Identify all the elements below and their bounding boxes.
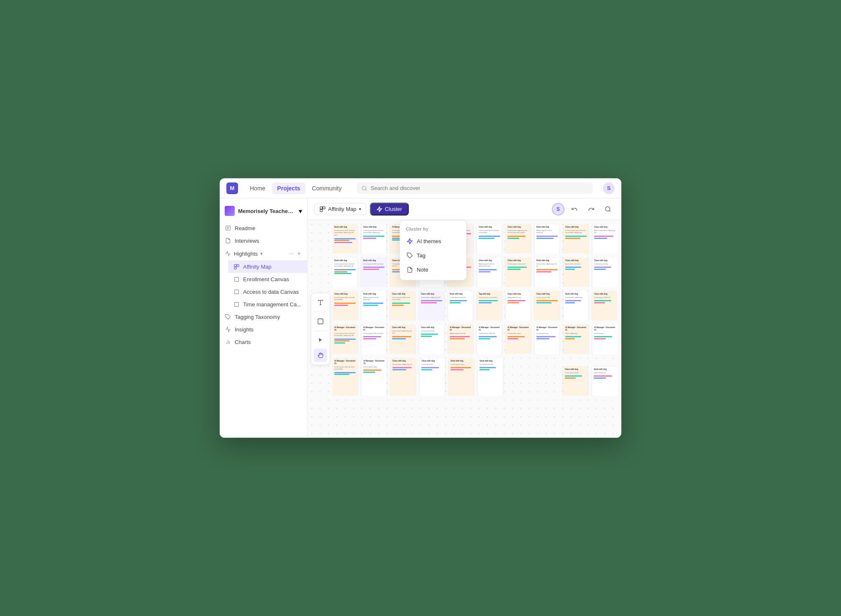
card[interactable]: Class with dog Lorem ipsum dolor [592, 258, 617, 287]
card[interactable]: Desk with dog Lorem ipsum dolor sit amet… [333, 258, 357, 287]
toolbar-user-avatar[interactable]: S [552, 203, 564, 216]
card[interactable]: Class with dog Lorem ipsum dolor sit ame… [362, 224, 386, 254]
sidebar-item-interviews[interactable]: Interviews [220, 234, 307, 247]
card[interactable]: Class with dog Ipsum dolor sit amet [564, 258, 588, 287]
sidebar-item-charts[interactable]: Charts [220, 336, 307, 348]
sidebar-section-highlights[interactable]: Highlights ▾ ··· + [220, 247, 307, 260]
card[interactable]: Class with dog Adipiscing elit sed do ei… [477, 258, 502, 287]
highlights-sub-items: Affinity Map Enrollment Canvas [220, 260, 307, 311]
card[interactable]: Desk with dog Lorem ipsum dolor sit amet [362, 258, 386, 287]
hand-tool-btn[interactable] [314, 349, 327, 362]
time-canvas-label: Time management Ca... [243, 301, 301, 308]
svg-point-19 [605, 207, 610, 211]
card[interactable]: AI Manager - Document #1 Lorem ipsum dol… [362, 325, 386, 354]
card[interactable]: AI Manager - Document #1 Lorem ipsum [592, 325, 617, 354]
sidebar-item-tagging[interactable]: Tagging Taxonomy [220, 311, 307, 323]
card[interactable]: Desk with dog Lorem ipsum sit [592, 367, 617, 396]
section-actions: ··· + [287, 250, 302, 257]
note-dropdown-icon [406, 266, 413, 273]
select-tool-btn[interactable] [314, 334, 327, 347]
card[interactable]: Class with dog Lorem ipsum dolor [419, 325, 444, 354]
app-window: M Home Projects Community S Memorisely T… [220, 178, 621, 438]
card[interactable]: Class with dog Lorem ipsum dolor sit ame… [477, 224, 502, 254]
shape-tool-btn[interactable] [314, 315, 327, 328]
toolbar-search-icon [605, 206, 611, 213]
card[interactable]: AI Manager - Document #1 Lorem ipsum dol… [333, 358, 357, 396]
sidebar-item-time-canvas[interactable]: Time management Ca... [228, 298, 307, 311]
interviews-icon [225, 237, 231, 244]
cluster-btn[interactable]: Cluster [370, 203, 409, 216]
card[interactable]: Class with dog Consectetur adipiscing el… [419, 291, 444, 321]
card[interactable]: Desk with dog Adipiscing elit sed do eiu… [362, 291, 386, 321]
card[interactable]: Desk with dog Consectetur adipiscing sed… [535, 258, 559, 287]
sidebar-item-readme[interactable]: Readme [220, 222, 307, 234]
select-tool-icon [318, 337, 323, 343]
search-input[interactable] [371, 185, 588, 191]
svg-rect-15 [320, 207, 322, 209]
redo-btn[interactable] [585, 203, 598, 216]
content-area: Affinity Map ▾ Cluster S [308, 198, 621, 438]
card[interactable]: Class with dog Lorem ipsum dolor sit [592, 291, 617, 321]
svg-marker-18 [377, 207, 382, 212]
tool-separator-1 [314, 312, 327, 312]
card[interactable]: Class with dog Adipiscing elit sed [506, 291, 531, 321]
card[interactable]: Class with dog Lorem ipsum dolor [563, 367, 588, 396]
card[interactable]: Desk with dog Lorem ipsum dolor sit amet… [333, 224, 357, 254]
card[interactable]: Class with dog Lorem ipsum dolor sit ame… [333, 291, 357, 321]
card[interactable]: AI Manager - Document #1 Lorem ipsum dol… [477, 325, 502, 354]
search-btn[interactable] [601, 203, 615, 216]
card[interactable]: Class with dog Lorem ipsum dolor amet co… [390, 291, 415, 321]
sidebar-item-enrollment-canvas[interactable]: Enrollment Canvas [228, 273, 307, 285]
dropdown-item-tag[interactable]: Tag [400, 248, 466, 262]
card[interactable]: Desk with dog Lorem ipsum dolor sit [448, 291, 473, 321]
section-add-btn[interactable]: + [296, 250, 302, 257]
sidebar-item-affinity-map[interactable]: Affinity Map [228, 260, 307, 273]
card[interactable]: Desk with dog Lorem ipsum dolor [449, 358, 474, 396]
card[interactable]: Class with dog Consectetur adipiscing el… [506, 224, 531, 254]
card[interactable]: Desk with dog Adipiscing elit sed do eiu… [535, 224, 559, 254]
card[interactable]: AI Manager - Document #1 Lorem ipsum dol… [362, 358, 386, 396]
text-tool-btn[interactable] [314, 296, 327, 309]
nav-projects[interactable]: Projects [272, 182, 305, 194]
card[interactable]: Desk with dog Consectetur adipiscing [564, 291, 588, 321]
text-tool-icon [317, 299, 324, 306]
dropdown-header: Cluster by [400, 224, 466, 234]
view-selector-btn[interactable]: Affinity Map ▾ [314, 203, 367, 215]
redo-icon [588, 206, 595, 213]
svg-point-0 [362, 186, 366, 190]
content-toolbar: Affinity Map ▾ Cluster S [308, 198, 621, 220]
card[interactable]: AI Manager - Document #1 Dolor adipiscin… [564, 325, 588, 354]
cluster-dropdown: Cluster by AI themes [400, 220, 467, 280]
undo-btn[interactable] [568, 203, 581, 216]
card[interactable]: Tag with dog Lorem ipsum consectetur [477, 291, 502, 321]
section-more-btn[interactable]: ··· [287, 250, 295, 257]
view-label: Affinity Map [328, 206, 356, 212]
dropdown-item-ai-themes[interactable]: AI themes [400, 234, 466, 248]
card[interactable]: Class with dog Lorem ipsum dolor sit ame… [564, 224, 588, 254]
card[interactable]: Class with dog Amet consectetur adipisci… [592, 224, 617, 254]
card[interactable]: Class with dog Lorem ipsum dolor amet [506, 258, 531, 287]
workspace-selector[interactable]: Memorisely Teacher ... ▾ [220, 203, 307, 218]
card[interactable]: Class with dog Consectetur adipiscing el… [391, 358, 415, 396]
sidebar-item-insights[interactable]: Insights [220, 323, 307, 336]
app-logo: M [226, 182, 238, 194]
svg-rect-22 [318, 319, 323, 324]
dropdown-item-note[interactable]: Note [400, 262, 466, 277]
svg-rect-5 [234, 264, 236, 267]
tagging-label: Tagging Taxonomy [235, 314, 280, 320]
card[interactable]: Class with dog Consectetur adipiscing el… [390, 325, 415, 354]
nav-home[interactable]: Home [245, 182, 270, 194]
cards-container: Desk with dog Lorem ipsum dolor sit amet… [333, 224, 617, 434]
tool-separator-2 [314, 331, 327, 331]
card[interactable]: Desk with dog Consectetur amet [478, 358, 503, 396]
card[interactable]: Class with dog Lorem ipsum dolor [535, 291, 559, 321]
card[interactable]: AI Manager - Document #1 Lorem ipsum sit [535, 325, 559, 354]
card[interactable]: AI Manager - Document #1 Lorem ipsum dol… [333, 325, 357, 354]
user-avatar[interactable]: S [603, 182, 615, 194]
sidebar-item-access-canvas[interactable]: Access to data Canvas [228, 285, 307, 298]
card[interactable]: AI Manager - Document #1 Adipiscing elit… [448, 325, 473, 354]
nav-community[interactable]: Community [307, 182, 347, 194]
card[interactable]: Class with dog Lorem amet sit [420, 358, 444, 396]
card[interactable]: AI Manager - Document #1 Consectetur ame… [506, 325, 531, 354]
search-bar[interactable] [356, 182, 593, 194]
